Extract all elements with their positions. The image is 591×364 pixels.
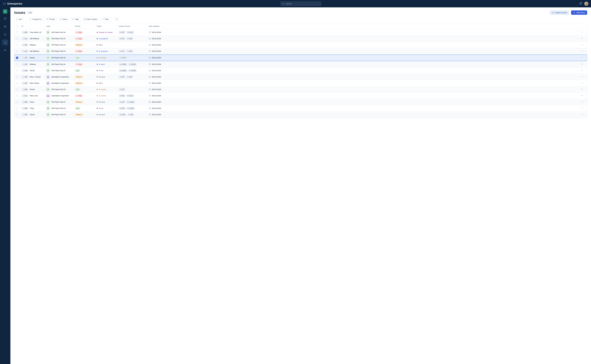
issue-id-pill[interactable]: #36 (21, 63, 28, 66)
col-layer[interactable]: Layer (46, 25, 75, 27)
table-row[interactable]: #39 Shred VM Patrol Fall 24 Low To do #1… (14, 67, 587, 74)
row-checkbox[interactable] (16, 63, 18, 65)
col-priority[interactable]: Priority (75, 25, 97, 27)
table-row[interactable]: #89 Treat VM Patrol Fall 24 Low To do #3… (14, 105, 587, 111)
row-actions-menu[interactable] (578, 37, 585, 40)
row-actions-menu[interactable] (578, 75, 585, 78)
row-actions-menu[interactable] (578, 101, 585, 104)
row-checkbox[interactable] (16, 88, 18, 91)
issue-id-pill[interactable]: #08 (21, 31, 28, 34)
table-row[interactable]: #22 New Lock Substation Inspection High … (14, 93, 587, 99)
issue-id-pill[interactable]: #39 (21, 69, 28, 72)
table-row[interactable]: #12 Deer Stand Substation Inspection Med… (14, 80, 587, 86)
table-row[interactable]: #11 Tall Willows VM Patrol Fall 24 High … (14, 36, 587, 42)
search-box[interactable] (280, 1, 321, 6)
linked-record-pill[interactable]: #27 (119, 37, 125, 40)
row-actions-menu[interactable] (578, 69, 585, 72)
issue-id-pill[interactable]: #15 (21, 44, 28, 46)
linked-record-pill[interactable]: #91 (119, 94, 125, 97)
issue-id-pill[interactable]: #86 (21, 101, 28, 104)
linked-record-pill[interactable]: #1018 (119, 63, 127, 66)
issue-id-pill[interactable]: #11 (21, 50, 28, 53)
issue-id-pill[interactable]: #12 (21, 82, 28, 84)
linked-record-pill[interactable]: #19 (126, 76, 133, 78)
linked-record-pill[interactable]: #1033 (128, 69, 137, 72)
table-row[interactable]: #92 Shred VM Patrol Fall 24 Medium Pause… (14, 111, 587, 118)
table-row[interactable]: #86 Clear VM Patrol Fall 24 Medium Pause… (14, 99, 587, 105)
issue-id-pill[interactable]: #09 (21, 76, 28, 78)
row-checkbox[interactable] (16, 50, 18, 52)
row-checkbox[interactable] (16, 70, 18, 72)
col-date[interactable]: Date updated (149, 25, 578, 27)
add-issue-button[interactable]: Add Issue (571, 10, 587, 15)
col-id[interactable]: ID (21, 25, 46, 27)
row-checkbox[interactable] (16, 107, 18, 110)
notifications-button[interactable] (579, 2, 582, 5)
tags-pill[interactable]: Tags (71, 17, 81, 21)
export-issues-button[interactable]: Export Issues (550, 10, 569, 15)
nav-layers[interactable] (2, 32, 8, 38)
linked-record-pill[interactable]: #22 (119, 101, 125, 104)
linked-record-pill[interactable]: #187 (119, 113, 126, 116)
row-actions-menu[interactable] (578, 107, 585, 110)
user-avatar[interactable] (584, 2, 588, 6)
table-row[interactable]: #11 Tall Willows VM Patrol Fall 24 High … (14, 48, 587, 54)
nav-dashboard[interactable] (2, 16, 8, 22)
sort-pill[interactable]: Sort (14, 17, 24, 21)
table-row[interactable]: #08 Tree within 10' VM Patrol Fall 24 Hi… (14, 29, 587, 36)
linked-record-pill[interactable]: #27 (119, 31, 125, 34)
select-all-checkbox[interactable] (16, 25, 18, 27)
date-created-pill[interactable]: Date Created (82, 17, 99, 21)
nav-issues[interactable] (2, 39, 8, 45)
linked-record-pill[interactable]: #1233 (126, 107, 135, 110)
linked-record-pill[interactable]: #112 (126, 31, 134, 34)
table-row[interactable]: #36 Willows VM Patrol Fall 24 High In wo… (14, 61, 587, 67)
col-linked[interactable]: Linked records (119, 25, 149, 27)
row-checkbox[interactable] (16, 95, 18, 97)
linked-record-pill[interactable]: #1182 (126, 101, 135, 104)
linked-record-pill[interactable]: #72 (119, 88, 125, 91)
linked-record-pill[interactable]: #1017 (119, 56, 127, 59)
linked-record-pill[interactable]: #27 (119, 50, 125, 53)
row-checkbox[interactable] (16, 38, 18, 40)
row-actions-menu[interactable] (578, 63, 585, 66)
search-pill[interactable] (114, 17, 119, 21)
linked-record-pill[interactable]: #32 (126, 50, 133, 53)
linked-record-pill[interactable]: #117 (126, 94, 134, 97)
search-input[interactable] (286, 3, 319, 5)
row-checkbox[interactable] (16, 76, 18, 78)
row-actions-menu[interactable] (578, 88, 585, 91)
linked-record-pill[interactable]: #16 (127, 113, 134, 116)
row-actions-menu[interactable] (578, 113, 585, 116)
org-switcher[interactable]: A (3, 9, 7, 14)
table-row[interactable]: #15 Willows VM Patrol Fall 24 Medium New… (14, 42, 587, 48)
issue-id-pill[interactable]: #89 (21, 107, 28, 110)
linked-record-pill[interactable]: #32 (126, 37, 133, 40)
issue-id-pill[interactable]: #11 (21, 37, 28, 40)
issue-id-pill[interactable]: #92 (21, 113, 28, 116)
row-actions-menu[interactable] (578, 43, 585, 46)
row-checkbox[interactable] (16, 57, 18, 59)
row-checkbox[interactable] (16, 101, 18, 103)
brand[interactable]: Echospectra (3, 2, 22, 5)
row-actions-menu[interactable] (578, 82, 585, 84)
linked-record-pill[interactable]: #1019 (128, 63, 137, 66)
status-pill[interactable]: Status (58, 17, 69, 21)
table-row[interactable]: #34 Shred VM Patrol Fall 24 Low In revie… (14, 55, 587, 61)
row-checkbox[interactable] (16, 31, 18, 33)
table-row[interactable]: #85 Shred VM Patrol Fall 24 Low In revie… (14, 86, 587, 93)
row-checkbox[interactable] (16, 82, 18, 84)
issue-id-pill[interactable]: #34 (21, 56, 28, 59)
priority-pill[interactable]: Priority (45, 17, 56, 21)
linked-record-pill[interactable]: #1032 (119, 69, 127, 72)
table-row[interactable]: #09 Mow / Gravel Substation Inspection M… (14, 74, 587, 80)
col-status[interactable]: Status (97, 25, 119, 27)
filter-pill[interactable]: Filter (100, 17, 111, 21)
assigned-pill[interactable]: Assigned to (28, 17, 43, 21)
nav-users[interactable] (2, 47, 8, 53)
row-checkbox[interactable] (16, 44, 18, 46)
linked-record-pill[interactable]: #87 (119, 76, 125, 78)
linked-record-pill[interactable]: #36 (119, 107, 125, 110)
nav-globe[interactable] (2, 24, 8, 30)
row-actions-menu[interactable] (578, 94, 585, 97)
